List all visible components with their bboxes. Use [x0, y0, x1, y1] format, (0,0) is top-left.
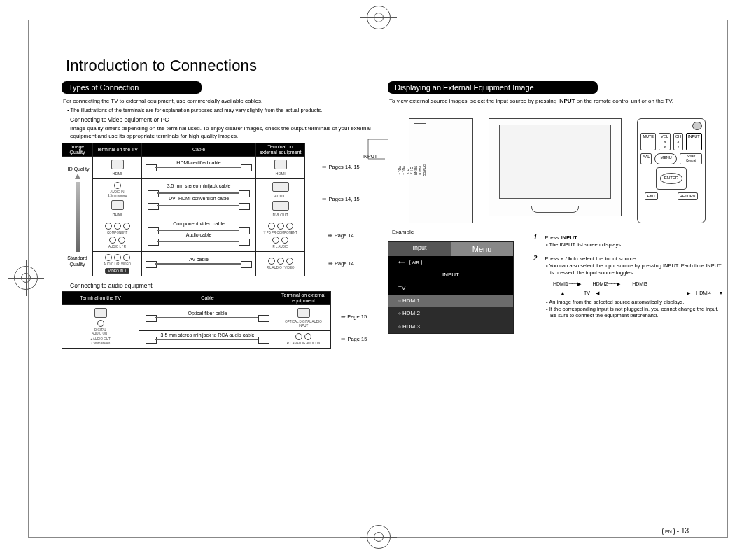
minijack-port-icon: [97, 320, 104, 327]
page-ref: Page 14: [305, 220, 375, 252]
table-row: DIGITALAUDIO OUT ● AUDIO OUT3.5mm stereo…: [62, 304, 375, 330]
registration-mark-left: [14, 266, 38, 290]
registration-mark-bottom: [367, 525, 391, 549]
cable-cell: 3.5 mm stereo minijack cable DVI-HDMI co…: [142, 178, 256, 220]
hdmi-port-icon: [111, 200, 124, 210]
tv-front-illustration: [489, 118, 622, 216]
video-in-badge: VIDEO IN 1: [105, 268, 129, 274]
th-terminal-ext: Terminal on external equipment: [276, 292, 331, 304]
ext-terminal-cell: AUDIO DVI OUT: [256, 178, 305, 220]
th-terminal-tv: Terminal on the TV: [62, 292, 139, 304]
aal-button: AAL: [640, 153, 652, 164]
osd-tab-input: Input: [388, 242, 451, 256]
example-osd-container: Example Input Menu ⟸ AIR INPUT TV HDMI1 …: [388, 229, 514, 334]
input-cycle-row2: TV ◀ ▶ HDMI4: [553, 290, 725, 296]
mute-button: MUTE: [640, 133, 656, 150]
subhead-video: Connecting to video equipment or PC: [70, 116, 375, 124]
return-button: RETURN: [678, 192, 698, 200]
optical-port-icon: [94, 308, 107, 318]
right-column: Displaying an External Equipment Image T…: [388, 81, 725, 431]
quality-gradient-bar: [76, 182, 80, 252]
input-button: INPUT: [686, 133, 702, 150]
step-sub: The INPUT list screen displays.: [546, 241, 725, 248]
cable-label: Audio cable: [184, 232, 214, 238]
step-sub: You can also select the input source by …: [546, 262, 725, 276]
page-number: EN- 13: [662, 526, 689, 535]
tv-terminal-cell: DIGITALAUDIO OUT ● AUDIO OUT3.5mm stereo: [62, 304, 139, 348]
osd-item: TV: [388, 282, 513, 295]
input-cycle-diagram: HDMI1 HDMI2 HDMI3: [553, 281, 725, 287]
table-row: HD Quality Standard Quality HDMI HDMI-ce…: [62, 156, 375, 178]
tv-terminal-cell: AUDIO L/R VIDEO VIDEO IN 1: [93, 251, 142, 276]
ext-terminal-cell: HDMI: [256, 156, 305, 178]
osd-input-header: INPUT: [388, 269, 513, 281]
lang-badge: EN: [662, 528, 675, 535]
page-ref: Page 15: [331, 304, 375, 330]
dpad: ENTER: [656, 167, 687, 190]
osd-tab-menu: Menu: [451, 242, 513, 256]
smart-central-button: Smart Central: [680, 153, 702, 164]
step-number: 2: [533, 253, 543, 262]
minijack-port-icon: [114, 182, 121, 189]
cable-cell: HDMI-certiﬁed cable: [142, 156, 256, 178]
cable-label: HDMI-certiﬁed cable: [174, 160, 223, 166]
tv-side-panel-illustration: INPUT POWERINPUTMENUCH ∧CH ∨VOL +VOL −: [388, 118, 473, 223]
ext-terminal-cell: R L ANALOG AUDIO IN: [276, 330, 331, 348]
quality-bottom-label: Standard Quality: [62, 255, 92, 267]
section-heading-types: Types of Connection: [62, 81, 202, 94]
osd-item: HDMI2: [388, 307, 513, 320]
cable-label: AV cable: [187, 256, 211, 262]
example-label: Example: [392, 229, 514, 236]
cable-label: Component video cable: [171, 220, 227, 227]
step-sub: An image from the selected source automa…: [546, 299, 725, 306]
remote-illustration: MUTE VOL∧∨ CH∧∨ INPUT AAL MENU Smart Cen…: [637, 118, 706, 223]
tv-terminal-cell: COMPONENT AUDIO L / R: [93, 220, 142, 252]
tv-terminal-cell: HDMI: [93, 156, 142, 178]
optical-port-icon: [298, 308, 310, 318]
steps-list: 1 Press INPUT. The INPUT list screen dis…: [533, 232, 725, 319]
ext-terminal-cell: Y PB PR COMPONENT R L AUDIO: [256, 220, 305, 252]
arrow-up-icon: [75, 174, 80, 179]
tv-terminal-cell: AUDIO IN3.5mm stereo HDMI: [93, 178, 142, 220]
page-title: Introduction to Connections: [66, 56, 257, 76]
table-row: AUDIO IN3.5mm stereo HDMI 3.5 mm stereo …: [62, 178, 375, 220]
th-cable: Cable: [139, 292, 276, 304]
vol-button: VOL∧∨: [659, 133, 671, 150]
step-1: 1 Press INPUT. The INPUT list screen dis…: [533, 232, 725, 248]
hdmi-port-icon: [274, 160, 287, 169]
left-column: Types of Connection For connecting the T…: [62, 81, 375, 431]
osd-air-row: ⟸ AIR: [388, 256, 513, 269]
table-header-row: Image Quality Terminal on the TV Cable T…: [62, 143, 375, 156]
callout-line: [364, 118, 392, 223]
page-ref: Page 15: [331, 330, 375, 348]
step-2: 2 Press a / b to select the input source…: [533, 253, 725, 319]
section-heading-display: Displaying an External Equipment Image: [388, 81, 598, 94]
th-terminal-ext: Terminal on external equipment: [256, 143, 305, 156]
audio-connection-table: Terminal on the TV Cable Terminal on ext…: [62, 291, 375, 349]
ext-terminal-cell: OPTICAL DIGITAL AUDIO INPUT: [276, 304, 331, 330]
title-rule: [62, 76, 725, 76]
right-intro: To view external source images, select t…: [389, 98, 725, 105]
table-header-row: Terminal on the TV Cable Terminal on ext…: [62, 292, 375, 304]
page-ref: Page 14: [305, 251, 375, 276]
intro-note: The illustrations of the terminals are f…: [67, 107, 375, 114]
power-button-icon: [692, 122, 702, 130]
exit-button: EXIT: [645, 192, 657, 200]
step-number: 1: [533, 232, 543, 241]
video-paragraph: Image quality differs depending on the t…: [70, 125, 375, 140]
step-text: Press a / b to select the input source.: [545, 255, 637, 262]
hdmi-port-icon: [111, 160, 124, 169]
menu-button: MENU: [654, 153, 678, 164]
audio-port-icon: [272, 182, 289, 192]
cable-cell: Optical ﬁber cable: [139, 304, 276, 330]
registration-mark-top: [367, 6, 391, 29]
input-list-osd: Input Menu ⟸ AIR INPUT TV HDMI1 HDMI2 HD…: [388, 241, 514, 334]
osd-item: HDMI3: [388, 321, 513, 333]
th-image-quality: Image Quality: [62, 143, 93, 156]
quality-top-label: HD Quality: [62, 164, 92, 172]
osd-item-selected: HDMI1: [388, 295, 513, 307]
cable-label: 3.5 mm stereo minijack to RCA audio cabl…: [159, 332, 257, 338]
cable-cell: AV cable: [142, 251, 256, 276]
cable-label: Optical ﬁber cable: [186, 310, 229, 316]
video-connection-table: Image Quality Terminal on the TV Cable T…: [62, 143, 375, 276]
